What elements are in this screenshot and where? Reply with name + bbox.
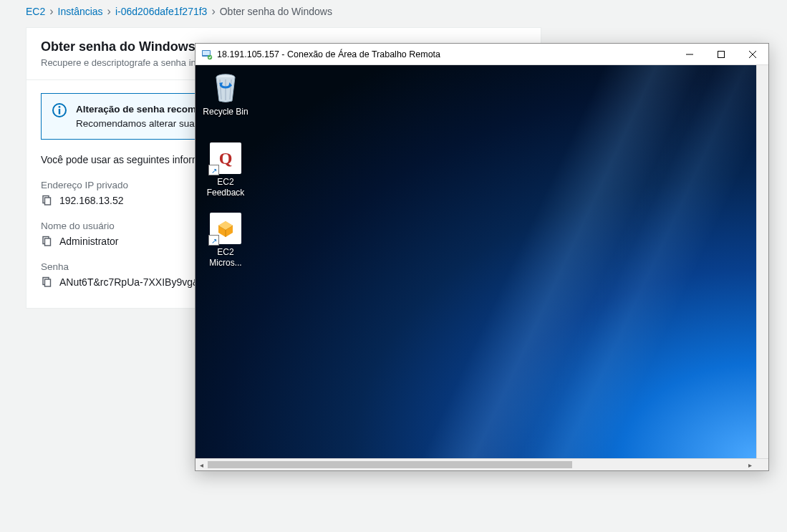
remote-desktop[interactable]: Recycle Bin Q EC2Feedback: [195, 65, 756, 309]
rdp-window-title: 18.191.105.157 - Conexão de Área de Trab…: [217, 49, 674, 59]
breadcrumb-instances[interactable]: Instâncias: [58, 6, 103, 17]
desktop-icon-ec2-microsoft[interactable]: EC2Micros...: [198, 213, 253, 269]
ec2-feedback-icon: Q: [210, 142, 241, 174]
desktop-icon-label: EC2Micros...: [198, 247, 253, 269]
desktop-icon-ec2-feedback[interactable]: Q EC2Feedback: [198, 142, 253, 198]
svg-rect-6: [45, 238, 51, 246]
vertical-scrollbar[interactable]: [756, 65, 768, 309]
chevron-right-icon: ›: [211, 6, 215, 17]
rdp-titlebar[interactable]: 18.191.105.157 - Conexão de Área de Trab…: [195, 44, 768, 65]
desktop-icon-label: EC2Feedback: [198, 177, 253, 198]
minimize-icon: [686, 51, 693, 58]
maximize-icon: [718, 51, 725, 58]
panel-title: Obter senha do Windows: [41, 39, 195, 54]
svg-point-1: [59, 106, 61, 108]
alert-heading: Alteração de senha recome: [76, 104, 202, 115]
svg-rect-10: [203, 51, 210, 55]
user-value: Administrator: [59, 236, 118, 247]
breadcrumb: EC2 › Instâncias › i-06d206dafe1f271f3 ›…: [0, 0, 787, 27]
svg-rect-13: [718, 51, 725, 57]
svg-rect-8: [45, 279, 51, 286]
chevron-right-icon: ›: [49, 6, 53, 17]
breadcrumb-current: Obter senha do Windows: [220, 6, 332, 17]
minimize-button[interactable]: [674, 44, 705, 65]
copy-icon[interactable]: [41, 236, 52, 247]
rdp-client-area: Recycle Bin Q EC2Feedback: [195, 65, 768, 309]
rdp-window: 18.191.105.157 - Conexão de Área de Trab…: [195, 43, 769, 309]
rdp-app-icon: [201, 49, 213, 60]
chevron-right-icon: ›: [107, 6, 111, 17]
desktop-icon-label: Recycle Bin: [198, 107, 253, 117]
ip-value: 192.168.13.52: [59, 195, 124, 206]
svg-rect-2: [59, 109, 60, 115]
close-icon: [749, 51, 756, 58]
close-button[interactable]: [737, 44, 768, 65]
recycle-bin-icon: [210, 72, 241, 104]
breadcrumb-ec2[interactable]: EC2: [26, 6, 45, 17]
svg-rect-4: [45, 198, 51, 205]
info-icon: [52, 102, 67, 118]
password-value: ANut6T&rc7RpUa-7XXIBy9vg&fl: [59, 276, 204, 288]
desktop-icon-recycle-bin[interactable]: Recycle Bin: [198, 72, 253, 117]
breadcrumb-instance-id[interactable]: i-06d206dafe1f271f3: [115, 6, 207, 17]
ec2-microsoft-icon: [210, 213, 241, 244]
maximize-button[interactable]: [705, 44, 737, 65]
copy-icon[interactable]: [41, 195, 52, 206]
copy-icon[interactable]: [41, 276, 52, 288]
